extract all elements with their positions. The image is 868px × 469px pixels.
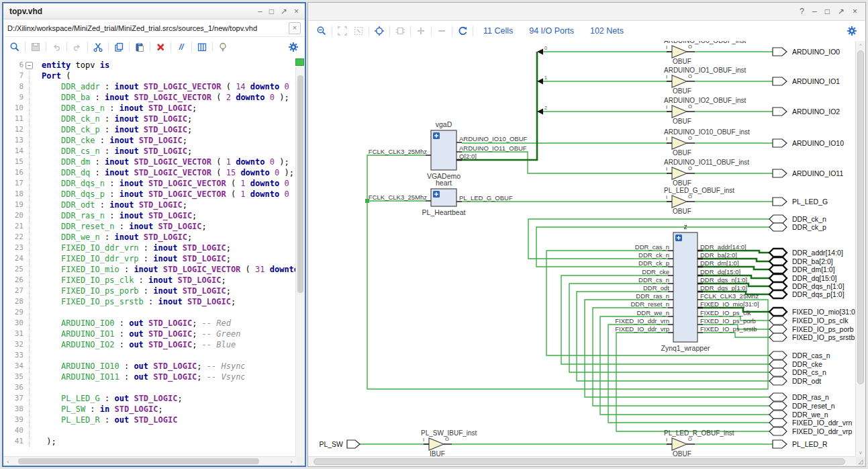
editor-titlebar[interactable]: topv.vhd – □ ↗ × (3, 3, 305, 19)
bus-tap-index: 0 (544, 46, 547, 50)
fold-toggle[interactable]: − (25, 60, 34, 71)
resize-grip-icon[interactable]: ◿ (856, 457, 865, 466)
editor-settings-button[interactable] (285, 40, 301, 54)
fold-minus-icon[interactable]: − (26, 62, 33, 69)
code-editor-area[interactable]: 6−entity topv is7Port (8DDR_addr : inout… (3, 56, 305, 466)
lightbulb-button[interactable] (215, 40, 231, 54)
code-line: 39PL_LED_R : out STD_LOGIC (3, 415, 296, 425)
cell-PL_LED_G_OBUF_inst[interactable] (672, 196, 687, 208)
code-lines[interactable]: 6−entity topv is7Port (8DDR_addr : inout… (3, 56, 296, 457)
scrollbar-thumb[interactable] (18, 458, 259, 464)
port-DDR_cke[interactable] (769, 360, 787, 368)
port-PL_LED_R[interactable] (773, 440, 787, 448)
port-DDR_dm[1:0][interactable] (769, 265, 787, 273)
minimize-icon[interactable]: – (258, 7, 262, 15)
cell-ARDUINO_IO1_OBUF_inst[interactable] (672, 75, 687, 87)
zoom-out-button[interactable] (314, 24, 330, 38)
port-FIXED_IO_ps_srstb[interactable] (769, 333, 787, 341)
port-FIXED_IO_ps_clk[interactable] (769, 316, 787, 325)
redo-button[interactable] (69, 40, 85, 54)
add-cell-button[interactable] (392, 24, 408, 38)
columns-button[interactable] (194, 40, 210, 54)
schematic-titlebar[interactable]: ? – □ ↗ × (308, 3, 865, 21)
undo-button[interactable] (48, 40, 64, 54)
help-icon[interactable]: ? (800, 7, 804, 15)
port-FIXED_IO_ps_porb[interactable] (769, 325, 787, 333)
cell-ARDUINO_IO11_OBUF_inst[interactable] (672, 167, 687, 179)
port-ARDUINO_IO0[interactable] (773, 48, 787, 56)
port-FIXED_IO_ddr_vrn[interactable] (769, 419, 787, 427)
zoom-fit-button[interactable] (334, 24, 350, 38)
scrollbar-thumb[interactable] (297, 75, 303, 294)
cell-z[interactable] (673, 232, 697, 342)
net-fixed_io_ps_srstb[interactable] (703, 333, 771, 337)
save-button[interactable] (28, 40, 44, 54)
cell-ARDUINO_IO2_OBUF_inst[interactable] (672, 105, 687, 118)
port-DDR_cas_n[interactable] (769, 351, 787, 359)
cell-PL_LED_R_OBUF_inst[interactable] (672, 438, 687, 450)
buffer-type-label: OBUF (673, 208, 691, 215)
port-ARDUINO_IO11[interactable] (773, 169, 787, 177)
paste-icon (134, 42, 145, 52)
schematic-horizontal-scrollbar[interactable] (308, 456, 856, 466)
zoom-selection-button[interactable] (350, 24, 367, 38)
close-icon[interactable]: × (294, 7, 299, 15)
scroll-up-icon[interactable]: ^ (856, 42, 865, 48)
port-ARDUINO_IO2[interactable] (773, 108, 787, 116)
minimize-icon[interactable]: – (812, 7, 817, 15)
autofit-selection-button[interactable] (371, 24, 387, 38)
port-DDR_odt[interactable] (769, 377, 787, 385)
port-DDR_we_n[interactable] (769, 411, 787, 419)
port-DDR_ck_n[interactable] (769, 215, 787, 223)
port-DDR_reset_n[interactable] (769, 402, 787, 410)
bus-q[interactable] (462, 52, 537, 160)
port-DDR_cs_n[interactable] (769, 368, 787, 376)
port-DDR_dqs_n[1:0][interactable] (769, 282, 787, 290)
port-DDR_addr[14:0][interactable] (769, 249, 787, 257)
close-icon[interactable]: × (853, 7, 857, 15)
cell-ARDUINO_IO10_OBUF_inst[interactable] (672, 137, 687, 149)
port-ARDUINO_IO10[interactable] (773, 139, 787, 147)
scroll-down-icon[interactable]: v (856, 450, 865, 456)
schematic-canvas[interactable]: 012vgaDVGADemoFCLK_CLK3_25MhzARDUINO_IO1… (308, 41, 856, 457)
schematic-vertical-scrollbar[interactable]: ^ v (855, 41, 865, 457)
scrollbar-track[interactable] (13, 457, 287, 466)
delete-button[interactable] (152, 40, 168, 54)
regenerate-button[interactable] (454, 24, 471, 38)
zoom-in-button[interactable] (413, 24, 429, 38)
port-DDR_ba[2:0][interactable] (769, 257, 787, 265)
cell-ARDUINO_IO0_OBUF_inst[interactable] (672, 46, 687, 58)
scrollbar-thumb[interactable] (314, 458, 845, 465)
schematic-svg[interactable]: 012vgaDVGADemoFCLK_CLK3_25MhzARDUINO_IO1… (308, 41, 856, 457)
port-DDR_ck_p[interactable] (769, 223, 787, 231)
net-arduino_io11_obuf[interactable] (462, 152, 672, 173)
port-FIXED_IO_mio[31:0][interactable] (769, 308, 787, 316)
toggle-comment-button[interactable]: // (173, 40, 189, 54)
copy-button[interactable] (111, 40, 127, 54)
zoom-minus-button[interactable] (434, 24, 450, 38)
port-DDR_dq[15:0][interactable] (769, 274, 787, 282)
float-icon[interactable]: ↗ (838, 7, 845, 15)
maximize-icon[interactable]: □ (825, 7, 830, 15)
port-PL_SW[interactable] (347, 440, 360, 448)
port-PL_LED_G[interactable] (773, 198, 787, 206)
code-line: 36 (3, 382, 296, 393)
float-icon[interactable]: ↗ (281, 7, 287, 15)
schematic-settings-button[interactable] (844, 24, 860, 38)
scrollbar-thumb[interactable] (857, 50, 864, 384)
editor-horizontal-scrollbar[interactable]: ‹ › (3, 456, 296, 466)
port-ARDUINO_IO1[interactable] (773, 77, 787, 85)
scroll-right-icon[interactable]: › (287, 458, 296, 465)
gear-icon (847, 26, 857, 36)
cell-PL_SW_IBUF_inst[interactable] (429, 438, 444, 450)
close-file-button[interactable]: × (289, 22, 301, 34)
search-button[interactable] (7, 40, 23, 54)
editor-vertical-scrollbar[interactable] (295, 67, 305, 457)
scroll-left-icon[interactable]: ‹ (3, 458, 13, 465)
paste-button[interactable] (132, 40, 148, 54)
port-DDR_dqs_p[1:0][interactable] (769, 290, 787, 298)
cut-button[interactable] (90, 40, 106, 54)
maximize-icon[interactable]: □ (269, 7, 274, 15)
port-DDR_ras_n[interactable] (769, 393, 787, 401)
port-FIXED_IO_ddr_vrp[interactable] (769, 427, 787, 435)
